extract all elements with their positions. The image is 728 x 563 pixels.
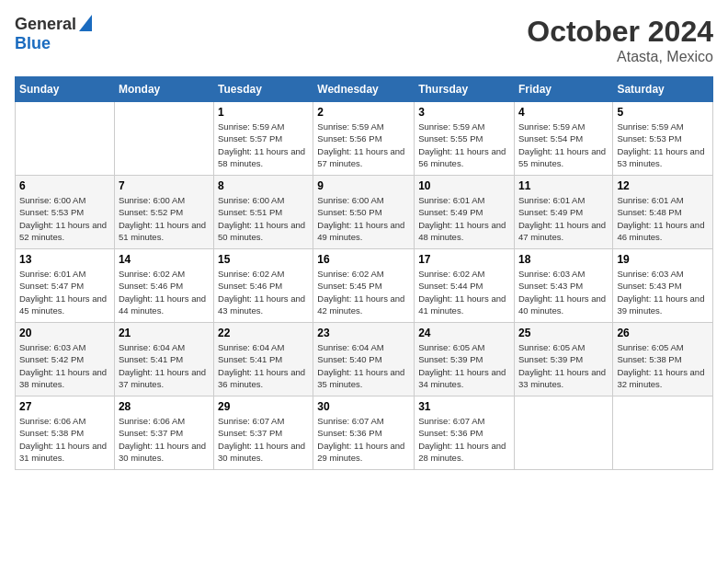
calendar-cell: 18Sunrise: 6:03 AM Sunset: 5:43 PM Dayli… [514,249,612,323]
calendar-cell: 23Sunrise: 6:04 AM Sunset: 5:40 PM Dayli… [313,323,415,396]
day-info: Sunrise: 6:07 AM Sunset: 5:36 PM Dayligh… [418,415,510,464]
calendar-cell: 3Sunrise: 5:59 AM Sunset: 5:55 PM Daylig… [415,102,515,176]
day-number: 16 [317,253,410,266]
page-header: General Blue October 2024 Atasta, Mexico [15,15,713,65]
day-info: Sunrise: 6:06 AM Sunset: 5:38 PM Dayligh… [19,415,110,464]
day-number: 15 [218,253,309,266]
day-number: 11 [518,179,609,192]
day-info: Sunrise: 6:00 AM Sunset: 5:53 PM Dayligh… [19,194,110,243]
week-row-4: 20Sunrise: 6:03 AM Sunset: 5:42 PM Dayli… [16,323,713,396]
logo: General Blue [15,15,92,52]
month-title: October 2024 [527,15,713,49]
weekday-header-monday: Monday [114,77,213,102]
logo-blue: Blue [15,35,92,53]
calendar-cell: 22Sunrise: 6:04 AM Sunset: 5:41 PM Dayli… [214,323,313,396]
logo-general: General [15,16,76,34]
day-info: Sunrise: 6:01 AM Sunset: 5:49 PM Dayligh… [418,194,510,243]
calendar-cell: 26Sunrise: 6:05 AM Sunset: 5:38 PM Dayli… [613,323,713,396]
svg-marker-0 [79,15,92,31]
week-row-1: 1Sunrise: 5:59 AM Sunset: 5:57 PM Daylig… [16,102,713,176]
weekday-header-tuesday: Tuesday [214,77,313,102]
calendar-cell: 16Sunrise: 6:02 AM Sunset: 5:45 PM Dayli… [313,249,415,323]
calendar-cell: 13Sunrise: 6:01 AM Sunset: 5:47 PM Dayli… [16,249,115,323]
week-row-5: 27Sunrise: 6:06 AM Sunset: 5:38 PM Dayli… [16,396,713,470]
day-info: Sunrise: 5:59 AM Sunset: 5:56 PM Dayligh… [317,121,410,169]
day-info: Sunrise: 5:59 AM Sunset: 5:57 PM Dayligh… [218,121,309,169]
day-info: Sunrise: 6:07 AM Sunset: 5:36 PM Dayligh… [317,415,410,464]
week-row-2: 6Sunrise: 6:00 AM Sunset: 5:53 PM Daylig… [16,176,713,249]
day-info: Sunrise: 6:07 AM Sunset: 5:37 PM Dayligh… [218,415,309,464]
day-number: 30 [317,400,410,413]
day-info: Sunrise: 6:03 AM Sunset: 5:43 PM Dayligh… [518,268,609,316]
day-number: 31 [418,400,510,413]
day-info: Sunrise: 6:03 AM Sunset: 5:43 PM Dayligh… [617,268,709,316]
day-info: Sunrise: 6:04 AM Sunset: 5:41 PM Dayligh… [218,341,309,390]
day-info: Sunrise: 6:04 AM Sunset: 5:41 PM Dayligh… [119,341,210,390]
day-info: Sunrise: 6:05 AM Sunset: 5:39 PM Dayligh… [418,341,510,390]
calendar-cell: 29Sunrise: 6:07 AM Sunset: 5:37 PM Dayli… [214,396,313,470]
day-info: Sunrise: 6:04 AM Sunset: 5:40 PM Dayligh… [317,341,410,390]
day-number: 24 [418,327,510,339]
calendar-cell: 11Sunrise: 6:01 AM Sunset: 5:49 PM Dayli… [514,176,612,249]
day-number: 20 [19,327,110,339]
day-info: Sunrise: 6:03 AM Sunset: 5:42 PM Dayligh… [19,341,110,390]
calendar-cell: 5Sunrise: 5:59 AM Sunset: 5:53 PM Daylig… [613,102,713,176]
day-info: Sunrise: 6:01 AM Sunset: 5:47 PM Dayligh… [19,268,110,316]
weekday-header-row: SundayMondayTuesdayWednesdayThursdayFrid… [16,77,713,102]
weekday-header-sunday: Sunday [16,77,115,102]
day-number: 10 [418,179,510,192]
calendar-cell: 27Sunrise: 6:06 AM Sunset: 5:38 PM Dayli… [16,396,115,470]
day-info: Sunrise: 6:02 AM Sunset: 5:46 PM Dayligh… [218,268,309,316]
logo-triangle-icon [79,15,92,31]
calendar-cell [514,396,612,470]
calendar-cell: 8Sunrise: 6:00 AM Sunset: 5:51 PM Daylig… [214,176,313,249]
day-number: 19 [617,253,709,266]
day-number: 18 [518,253,609,266]
calendar-cell: 1Sunrise: 5:59 AM Sunset: 5:57 PM Daylig… [214,102,313,176]
day-info: Sunrise: 6:02 AM Sunset: 5:44 PM Dayligh… [418,268,510,316]
calendar-cell: 6Sunrise: 6:00 AM Sunset: 5:53 PM Daylig… [16,176,115,249]
day-number: 26 [617,327,709,339]
day-number: 28 [119,400,210,413]
location-title: Atasta, Mexico [527,49,713,65]
weekday-header-thursday: Thursday [415,77,515,102]
day-number: 29 [218,400,309,413]
calendar-cell: 2Sunrise: 5:59 AM Sunset: 5:56 PM Daylig… [313,102,415,176]
calendar-cell: 30Sunrise: 6:07 AM Sunset: 5:36 PM Dayli… [313,396,415,470]
weekday-header-wednesday: Wednesday [313,77,415,102]
calendar-cell: 19Sunrise: 6:03 AM Sunset: 5:43 PM Dayli… [613,249,713,323]
day-number: 9 [317,179,410,192]
calendar-cell: 31Sunrise: 6:07 AM Sunset: 5:36 PM Dayli… [415,396,515,470]
calendar-cell: 20Sunrise: 6:03 AM Sunset: 5:42 PM Dayli… [16,323,115,396]
day-number: 27 [19,400,110,413]
calendar-cell: 14Sunrise: 6:02 AM Sunset: 5:46 PM Dayli… [114,249,213,323]
day-number: 7 [119,179,210,192]
calendar-table: SundayMondayTuesdayWednesdayThursdayFrid… [15,76,713,470]
day-info: Sunrise: 6:01 AM Sunset: 5:49 PM Dayligh… [518,194,609,243]
day-number: 3 [418,106,510,119]
title-block: October 2024 Atasta, Mexico [527,15,713,65]
calendar-cell: 9Sunrise: 6:00 AM Sunset: 5:50 PM Daylig… [313,176,415,249]
calendar-cell: 25Sunrise: 6:05 AM Sunset: 5:39 PM Dayli… [514,323,612,396]
week-row-3: 13Sunrise: 6:01 AM Sunset: 5:47 PM Dayli… [16,249,713,323]
calendar-cell [16,102,115,176]
day-info: Sunrise: 5:59 AM Sunset: 5:54 PM Dayligh… [518,121,609,169]
weekday-header-friday: Friday [514,77,612,102]
day-number: 22 [218,327,309,339]
day-number: 2 [317,106,410,119]
day-number: 23 [317,327,410,339]
calendar-cell: 24Sunrise: 6:05 AM Sunset: 5:39 PM Dayli… [415,323,515,396]
calendar-cell: 4Sunrise: 5:59 AM Sunset: 5:54 PM Daylig… [514,102,612,176]
weekday-header-saturday: Saturday [613,77,713,102]
day-number: 25 [518,327,609,339]
day-number: 21 [119,327,210,339]
calendar-cell [613,396,713,470]
day-number: 8 [218,179,309,192]
day-info: Sunrise: 6:00 AM Sunset: 5:52 PM Dayligh… [119,194,210,243]
day-info: Sunrise: 6:05 AM Sunset: 5:38 PM Dayligh… [617,341,709,390]
day-info: Sunrise: 6:05 AM Sunset: 5:39 PM Dayligh… [518,341,609,390]
calendar-cell: 15Sunrise: 6:02 AM Sunset: 5:46 PM Dayli… [214,249,313,323]
day-number: 12 [617,179,709,192]
day-info: Sunrise: 6:02 AM Sunset: 5:46 PM Dayligh… [119,268,210,316]
day-info: Sunrise: 6:00 AM Sunset: 5:51 PM Dayligh… [218,194,309,243]
